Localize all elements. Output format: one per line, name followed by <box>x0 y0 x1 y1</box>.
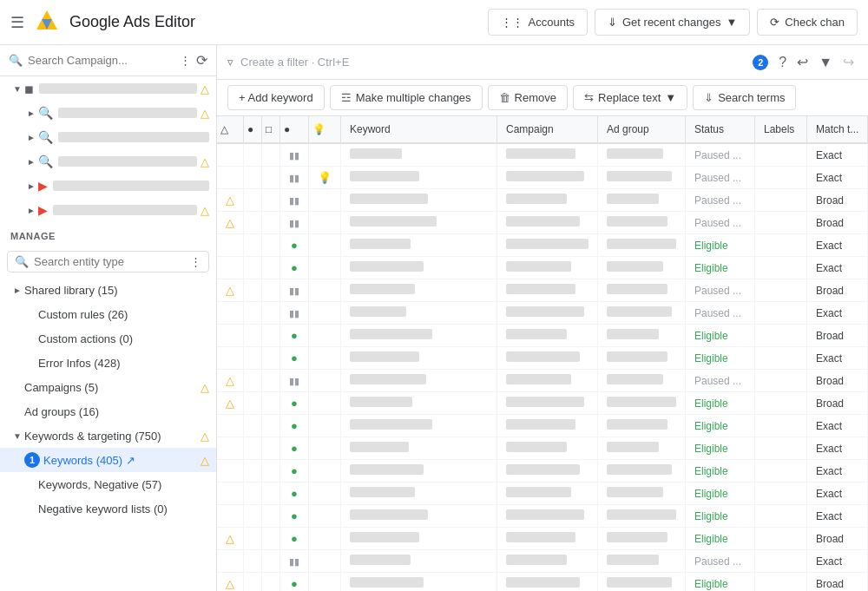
status-cell: Eligible <box>686 234 755 257</box>
campaign-tree-item-2[interactable]: ► 🔍 <box>0 125 216 149</box>
col-status-header[interactable]: Status <box>686 116 755 143</box>
keywords-targeting-item[interactable]: ▼ Keywords & targeting (750) △ <box>0 424 216 448</box>
hamburger-icon[interactable]: ☰ <box>10 13 24 32</box>
table-row[interactable]: △▮▮Paused ...Broad <box>217 212 868 234</box>
col-labels-header[interactable]: Labels <box>755 116 807 143</box>
table-row[interactable]: △●EligibleBroad <box>217 528 868 550</box>
warn-cell <box>217 347 244 370</box>
table-row[interactable]: ▮▮Paused ...Exact <box>217 550 868 573</box>
warn-cell <box>217 167 244 189</box>
search-campaign-input[interactable] <box>28 54 174 67</box>
table-row[interactable]: ▮▮💡Paused ...Exact <box>217 167 868 189</box>
remove-button[interactable]: 🗑 Remove <box>488 85 568 110</box>
match-type-cell: Exact <box>807 302 868 325</box>
search-entity-input[interactable] <box>34 255 185 268</box>
manage-label: MANAGE <box>10 231 56 241</box>
help-icon-button[interactable]: ? <box>775 51 790 74</box>
error-cell <box>244 415 262 437</box>
campaign-tree-item-1[interactable]: ► 🔍 △ <box>0 101 216 125</box>
ad-groups-item[interactable]: Ad groups (16) <box>0 399 216 424</box>
status-dot-cell: ● <box>280 528 309 550</box>
table-row[interactable]: △▮▮Paused ...Broad <box>217 279 868 302</box>
bulb-cell <box>309 234 341 257</box>
search-terms-button[interactable]: ⇓ Search terms <box>693 85 796 110</box>
manage-more-icon[interactable]: ⋮ <box>190 255 201 268</box>
status-cell: Paused ... <box>686 279 755 302</box>
table-row[interactable]: ●EligibleBroad <box>217 325 868 347</box>
keyword-cell <box>341 460 497 483</box>
table-row[interactable]: ▮▮Paused ...Exact <box>217 302 868 325</box>
col-campaign-header[interactable]: Campaign <box>497 116 598 143</box>
table-row[interactable]: △▮▮Paused ...Broad <box>217 189 868 212</box>
status-dot-cell: ● <box>280 415 309 437</box>
col-adgroup-header[interactable]: Ad group <box>598 116 686 143</box>
campaign-cell <box>497 528 598 550</box>
table-row[interactable]: ●EligibleExact <box>217 505 868 528</box>
undo-dropdown-button[interactable]: ▼ <box>815 51 836 74</box>
more-options-icon[interactable]: ⋮ <box>180 54 191 67</box>
table-row[interactable]: △▮▮Paused ...Broad <box>217 370 868 392</box>
replace-text-button[interactable]: ⇆ Replace text ▼ <box>573 85 687 110</box>
table-row[interactable]: ●EligibleExact <box>217 347 868 370</box>
table-row[interactable]: △●EligibleBroad <box>217 392 868 415</box>
redo-icon-button[interactable]: ↪ <box>839 50 858 74</box>
match-type-cell: Broad <box>807 189 868 212</box>
match-type-cell: Exact <box>807 167 868 189</box>
undo-icon-button[interactable]: ↩ <box>793 50 812 74</box>
warn-cell <box>217 143 244 167</box>
bulb-cell <box>309 550 341 573</box>
status-cell: Eligible <box>686 392 755 415</box>
error-infos-item[interactable]: Error Infos (428) <box>0 351 216 375</box>
refresh-campaigns-icon[interactable]: ⟳ <box>196 52 207 69</box>
filter-input-text[interactable]: Create a filter · Ctrl+E <box>240 56 746 69</box>
comment-cell <box>262 302 280 325</box>
campaign-cell <box>497 325 598 347</box>
table-row[interactable]: ●EligibleExact <box>217 415 868 437</box>
keywords-negative-item[interactable]: Keywords, Negative (57) <box>0 472 216 496</box>
top-bar-right: ⋮⋮ Accounts ⇓ Get recent changes ▼ ⟳ Che… <box>488 9 858 36</box>
manage-section-header: MANAGE <box>0 222 216 246</box>
warn-cell: △ <box>217 212 244 234</box>
expand-icon-2: ► <box>24 133 38 142</box>
table-row[interactable]: ●EligibleExact <box>217 437 868 460</box>
bulb-cell <box>309 212 341 234</box>
negative-keyword-lists-item[interactable]: Negative keyword lists (0) <box>0 496 216 521</box>
accounts-button[interactable]: ⋮⋮ Accounts <box>488 9 588 36</box>
keywords-table-container: △ ● □ ● 💡 Keyword Campaign Ad group Stat… <box>217 116 868 591</box>
campaign-tree-item-4[interactable]: ► ▶ <box>0 174 216 198</box>
add-keyword-button[interactable]: + Add keyword <box>227 85 325 110</box>
campaign-tree-item-3[interactable]: ► 🔍 △ <box>0 149 216 174</box>
table-row[interactable]: ●EligibleExact <box>217 257 868 279</box>
custom-actions-item[interactable]: Custom actions (0) <box>0 326 216 351</box>
status-dot-cell: ● <box>280 573 309 592</box>
table-row[interactable]: ●EligibleExact <box>217 234 868 257</box>
match-type-cell: Broad <box>807 573 868 592</box>
table-row[interactable]: △●EligibleBroad <box>217 573 868 592</box>
keywords-item[interactable]: 1 Keywords (405) ↗ △ <box>0 448 216 472</box>
collapse-icon: ▼ <box>10 84 24 94</box>
comment-cell <box>262 460 280 483</box>
campaign-label-4 <box>53 181 209 191</box>
campaign-tree-item-5[interactable]: ► ▶ △ <box>0 198 216 222</box>
campaign-label-2 <box>58 132 209 142</box>
make-multiple-changes-button[interactable]: ☲ Make multiple changes <box>330 85 483 110</box>
table-row[interactable]: ●EligibleExact <box>217 483 868 505</box>
keyword-cell <box>341 347 497 370</box>
col-keyword-header[interactable]: Keyword <box>341 116 497 143</box>
table-row[interactable]: ▮▮Paused ...Exact <box>217 143 868 167</box>
check-changes-button[interactable]: ⟳ Check chan <box>757 9 858 36</box>
shared-library-item[interactable]: ► Shared library (15) <box>0 278 216 302</box>
campaigns-item[interactable]: Campaigns (5) △ <box>0 375 216 399</box>
get-recent-changes-button[interactable]: ⇓ Get recent changes ▼ <box>595 9 750 36</box>
error-cell <box>244 302 262 325</box>
keyword-cell <box>341 257 497 279</box>
table-row[interactable]: ●EligibleExact <box>217 460 868 483</box>
custom-rules-item[interactable]: Custom rules (26) <box>0 302 216 326</box>
error-cell <box>244 370 262 392</box>
app-title: Google Ads Editor <box>69 13 195 31</box>
campaign-cell <box>497 437 598 460</box>
col-match-type-header[interactable]: Match t... <box>807 116 868 143</box>
expand-icon-4: ► <box>24 181 38 191</box>
account-tree-item[interactable]: ▼ ◼ △ <box>0 76 216 101</box>
dropdown-arrow-icon: ▼ <box>726 16 737 29</box>
